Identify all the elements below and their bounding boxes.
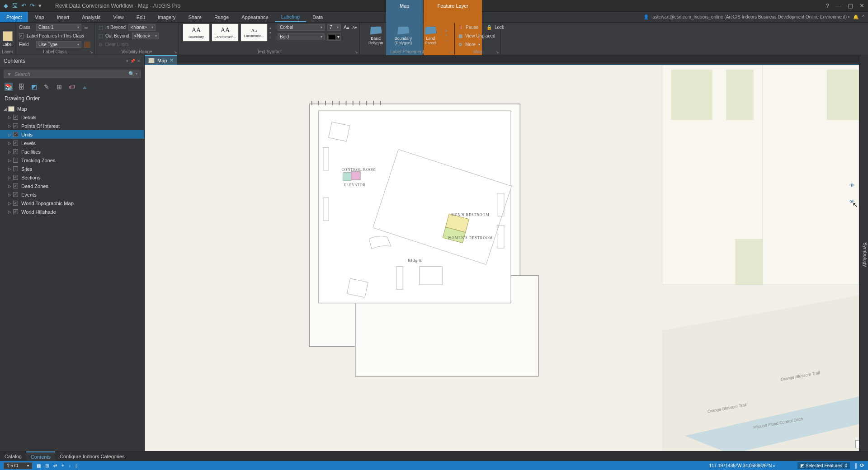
map-tool-icon-1[interactable]: 👁: [849, 183, 854, 188]
text-style-landmark[interactable]: AaLandmark/...: [241, 24, 268, 42]
layer-checkbox[interactable]: ✓: [13, 209, 18, 214]
lock-button[interactable]: Lock: [495, 25, 504, 30]
bottom-tab-catalog[interactable]: Catalog: [0, 451, 26, 461]
list-source-icon[interactable]: 🗄: [17, 83, 25, 91]
label-features-checkbox[interactable]: ✓: [19, 33, 24, 38]
visibility-launcher[interactable]: ↘: [174, 50, 177, 54]
text-symbol-launcher[interactable]: ↘: [354, 50, 358, 54]
layer-item-facilities[interactable]: ▷✓Facilities: [0, 147, 144, 156]
scale-input[interactable]: 1:570▾: [4, 462, 32, 469]
status-icon-5[interactable]: ↕: [69, 463, 71, 468]
layer-item-dead-zones[interactable]: ▷✓Dead Zones: [0, 182, 144, 190]
search-filter-icon[interactable]: ▼: [7, 71, 12, 77]
refresh-icon[interactable]: ⟳: [860, 462, 864, 469]
pane-close-icon[interactable]: ✕: [137, 59, 141, 63]
decrease-size-icon[interactable]: A▾: [352, 25, 357, 30]
text-style-boundary[interactable]: AABoundary: [183, 24, 210, 42]
font-select[interactable]: Corbel▾: [278, 24, 325, 31]
label-class-launcher[interactable]: ↘: [90, 50, 93, 54]
layer-item-sites[interactable]: ▷Sites: [0, 164, 144, 173]
gallery-expand-icon[interactable]: ▴▾≡: [269, 26, 275, 40]
font-weight-select[interactable]: Bold▾: [278, 33, 325, 40]
layer-checkbox[interactable]: ✓: [13, 149, 18, 154]
text-symbol-gallery[interactable]: AABoundary AALandform/P... AaLandmark/..…: [183, 24, 275, 42]
layer-checkbox[interactable]: ✓: [13, 141, 18, 146]
label-button[interactable]: Label: [2, 31, 12, 47]
layer-checkbox[interactable]: ✓: [13, 192, 18, 197]
close-tab-icon[interactable]: ✕: [170, 57, 174, 63]
symbology-tab[interactable]: Symbology: [859, 55, 868, 451]
in-beyond-select[interactable]: <None>▾: [128, 24, 156, 31]
list-editing-icon[interactable]: ✎: [42, 83, 51, 91]
pause-draw-icon[interactable]: ‖: [854, 462, 857, 469]
ribbon-tab-data[interactable]: Data: [306, 12, 329, 22]
label-placement-launcher[interactable]: ↘: [449, 50, 453, 54]
layer-item-world-hillshade[interactable]: ▷✓World Hillshade: [0, 207, 144, 216]
layer-item-points-of-interest[interactable]: ▷✓Points Of Interest: [0, 122, 144, 130]
placement-land-parcel[interactable]: Land Parcel: [418, 24, 443, 47]
out-beyond-select[interactable]: <None>▾: [132, 33, 159, 39]
save-icon[interactable]: 🖫: [12, 2, 18, 9]
class-select[interactable]: Class 1▾: [36, 24, 81, 31]
list-snapping-icon[interactable]: ⊞: [55, 83, 63, 91]
maximize-icon[interactable]: ▢: [848, 2, 853, 9]
minimize-icon[interactable]: —: [835, 2, 841, 9]
map-group-launcher[interactable]: ↘: [495, 50, 499, 54]
layer-checkbox[interactable]: ✓: [13, 183, 18, 188]
placement-basic-polygon[interactable]: Basic Polygon: [363, 24, 388, 47]
field-select[interactable]: Use Type▾: [36, 41, 81, 48]
status-icon-3[interactable]: ⇄: [53, 463, 57, 468]
placement-gallery-expand-icon[interactable]: ▴▾≡: [445, 28, 451, 42]
status-icon-1[interactable]: ▦: [37, 463, 41, 468]
layer-item-events[interactable]: ▷✓Events: [0, 190, 144, 199]
view-tab-map[interactable]: Map ✕: [145, 55, 177, 65]
pause-button[interactable]: Pause: [466, 25, 478, 30]
layer-checkbox[interactable]: [13, 166, 18, 171]
close-icon[interactable]: ✕: [859, 2, 864, 9]
layer-item-details[interactable]: ▷✓Details: [0, 113, 144, 122]
placement-boundary-polygon[interactable]: Boundary (Polygon): [391, 24, 415, 47]
layer-item-sections[interactable]: ▷✓Sections: [0, 173, 144, 182]
layer-item-world-topographic-map[interactable]: ▷✓World Topographic Map: [0, 199, 144, 207]
search-icon[interactable]: 🔍: [128, 71, 135, 77]
layer-checkbox[interactable]: ✓: [13, 123, 18, 128]
pane-dropdown-icon[interactable]: ▾: [126, 59, 128, 63]
ribbon-tab-insert[interactable]: Insert: [51, 12, 76, 22]
layer-checkbox[interactable]: [13, 158, 18, 163]
map-canvas[interactable]: Orange Blossom Trail Orange Blossom Trai…: [145, 65, 868, 451]
ribbon-tab-project[interactable]: Project: [0, 12, 28, 22]
more-button[interactable]: More: [465, 42, 476, 47]
bottom-tab-contents[interactable]: Contents: [26, 451, 55, 461]
ribbon-tab-edit[interactable]: Edit: [130, 12, 151, 22]
bottom-tab-configure[interactable]: Configure Indoors Categories: [55, 451, 129, 461]
map-svg[interactable]: Orange Blossom Trail Orange Blossom Trai…: [145, 65, 868, 451]
ribbon-tab-imagery[interactable]: Imagery: [151, 12, 182, 22]
user-icon[interactable]: 👤: [643, 14, 649, 19]
user-text[interactable]: astewart@esri.com_indoors_online (ArcGIS…: [652, 14, 849, 19]
status-icon-4[interactable]: +: [61, 463, 64, 468]
layer-checkbox[interactable]: ✓: [13, 201, 18, 206]
ribbon-tab-view[interactable]: View: [107, 12, 130, 22]
selected-features-status[interactable]: ◩ Selected Features: 0: [797, 462, 850, 469]
tree-root-map[interactable]: ◢Map: [0, 104, 144, 113]
ribbon-tab-share[interactable]: Share: [182, 12, 208, 22]
sql-button[interactable]: [84, 42, 90, 48]
layer-checkbox[interactable]: ✓: [13, 115, 18, 120]
font-size-select[interactable]: 7▾: [327, 24, 341, 31]
collapse-ribbon-icon[interactable]: ^: [862, 14, 864, 19]
ribbon-tab-labeling[interactable]: Labeling: [275, 12, 307, 22]
color-picker[interactable]: ▾: [327, 33, 341, 41]
increase-size-icon[interactable]: A▴: [344, 24, 349, 30]
list-labeling-icon[interactable]: 🏷: [68, 83, 76, 91]
undo-icon[interactable]: ↶: [21, 2, 26, 9]
redo-icon[interactable]: ↷: [30, 2, 35, 9]
status-coordinates[interactable]: 117.1971435°W 34.0589626°N ▾: [709, 463, 774, 468]
layer-item-levels[interactable]: ▷✓Levels: [0, 139, 144, 147]
app-icon[interactable]: ◆: [4, 2, 8, 9]
pane-pin-icon[interactable]: 📌: [130, 59, 135, 63]
list-perspective-icon[interactable]: ⟁: [80, 83, 89, 91]
notifications-icon[interactable]: 🔔: [853, 14, 859, 19]
layer-checkbox[interactable]: ✓: [13, 132, 18, 137]
ribbon-tab-map[interactable]: Map: [28, 12, 50, 22]
layer-item-units[interactable]: ▷✓Units: [0, 130, 144, 139]
